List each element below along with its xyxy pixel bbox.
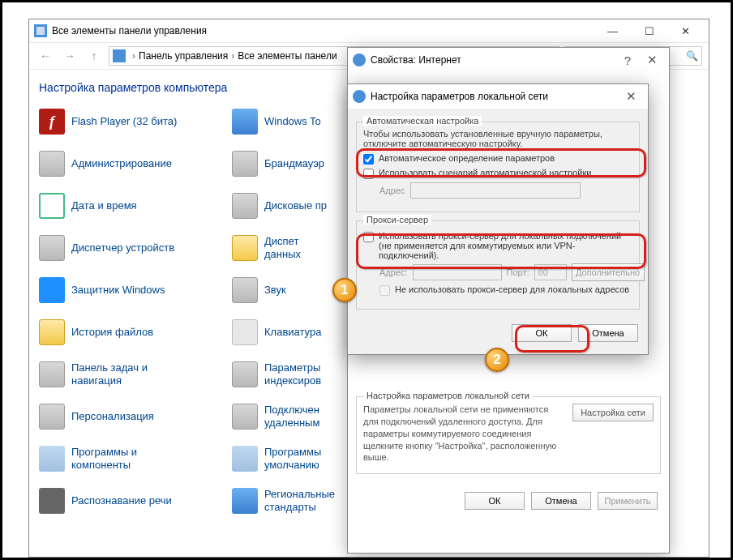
keyboard-icon [232, 319, 258, 345]
lan-legend: Настройка параметров локальной сети [363, 391, 533, 400]
maximize-button[interactable]: ☐ [631, 22, 667, 40]
default-programs-icon [232, 446, 258, 472]
minimize-button[interactable]: — [594, 22, 631, 40]
internet-icon [353, 53, 366, 66]
breadcrumb-current[interactable]: Все элементы панели [238, 50, 336, 62]
programs-icon [39, 446, 65, 472]
window-title: Все элементы панели управления [52, 25, 594, 36]
auto-note: Чтобы использовать установленные вручную… [363, 129, 632, 148]
item-file-history[interactable]: История файлов [39, 319, 225, 345]
taskbar-icon [39, 361, 65, 387]
device-manager-icon [39, 235, 65, 261]
lan-settings-button[interactable]: Настройка сети [572, 404, 654, 421]
item-personalization[interactable]: Персонализация [39, 404, 225, 430]
item-administration[interactable]: Администрирование [39, 151, 225, 177]
lan-note: Параметры локальной сети не применяются … [363, 404, 564, 464]
lan-settings-dialog: Настройка параметров локальной сети ✕ Ав… [347, 83, 649, 355]
mic-icon [39, 488, 65, 514]
back-button[interactable]: ← [36, 46, 55, 66]
globe-icon [232, 488, 258, 514]
auto-legend: Автоматическая настройка [363, 116, 482, 126]
item-flash-player[interactable]: fFlash Player (32 бита) [39, 109, 225, 135]
windows-tools-icon [232, 109, 258, 135]
item-speech[interactable]: Распознавание речи [39, 488, 225, 514]
forward-button[interactable]: → [60, 46, 79, 66]
item-date-time[interactable]: Дата и время [39, 193, 225, 219]
lan-settings-section: Настройка параметров локальной сети Пара… [356, 396, 661, 474]
highlight-ok [515, 325, 589, 353]
up-button[interactable]: ↑ [84, 46, 104, 66]
lan-dialog-title-bar: Настройка параметров локальной сети ✕ [348, 84, 648, 109]
lan-dialog-close-button[interactable]: ✕ [619, 89, 643, 104]
callout-1: 1 [332, 278, 357, 302]
file-history-icon [39, 319, 65, 345]
ok-button[interactable]: ОК [465, 492, 525, 510]
data-dispatcher-icon [232, 235, 258, 261]
personalization-icon [39, 404, 65, 430]
item-device-manager[interactable]: Диспетчер устройств [39, 235, 225, 261]
clock-icon [39, 193, 65, 219]
item-taskbar[interactable]: Панель задач и навигация [39, 361, 225, 387]
administration-icon [39, 151, 65, 177]
proxy-legend: Прокси-сервер [363, 215, 431, 224]
firewall-icon [232, 151, 258, 177]
script-address-label: Адрес [379, 186, 405, 195]
control-panel-icon [34, 24, 47, 37]
dialog-close-button[interactable]: ✕ [640, 53, 664, 67]
dialog-title: Свойства: Интернет [371, 54, 461, 66]
flash-icon: f [39, 109, 65, 135]
search-icon: 🔍 [686, 50, 698, 62]
title-bar: Все элементы панели управления — ☐ ✕ [29, 19, 709, 42]
item-programs[interactable]: Программы и компоненты [39, 446, 225, 472]
help-button[interactable]: ? [615, 53, 640, 67]
highlight-use-proxy [356, 233, 646, 269]
sound-icon [232, 277, 258, 303]
bypass-local-checkbox[interactable]: Не использовать прокси-сервер для локаль… [379, 284, 632, 296]
lan-dialog-title: Настройка параметров локальной сети [371, 91, 548, 102]
script-address-input [410, 182, 581, 199]
apply-button[interactable]: Применить [598, 492, 658, 510]
close-button[interactable]: ✕ [667, 22, 704, 40]
dialog-title-bar: Свойства: Интернет ? ✕ [348, 48, 669, 72]
bypass-local-input [379, 285, 390, 296]
globe-icon [353, 90, 366, 103]
breadcrumb-root[interactable]: Панель управления [139, 50, 228, 62]
indexing-icon [232, 361, 258, 387]
shield-icon [39, 277, 65, 303]
disk-icon [232, 193, 258, 219]
remote-icon [232, 404, 258, 430]
highlight-auto-detect [356, 148, 646, 177]
breadcrumb-icon [113, 49, 126, 62]
callout-2: 2 [485, 348, 509, 372]
cancel-button[interactable]: Отмена [531, 492, 591, 510]
item-windows-defender[interactable]: Защитник Windows [39, 277, 225, 303]
